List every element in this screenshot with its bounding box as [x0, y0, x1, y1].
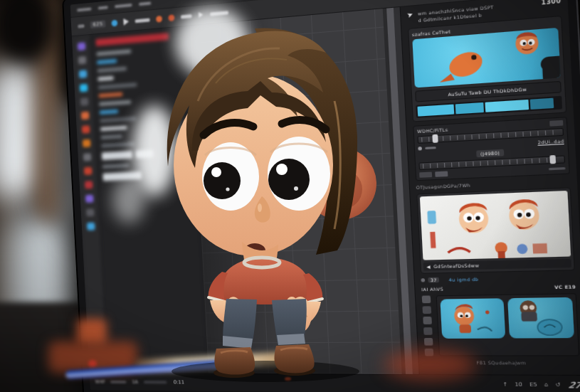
tool-icon[interactable] [82, 125, 90, 133]
menu-item[interactable] [77, 8, 91, 12]
controls-link[interactable]: 2dUi..dad [537, 138, 564, 145]
controls-group: WDHC/FiTLs 2dUi..dad (J4980) [413, 117, 570, 181]
reference-caption: GdSnteafDsSdww [433, 263, 479, 269]
preview-thumbnail[interactable] [412, 28, 561, 88]
mini-tab[interactable] [419, 172, 432, 178]
properties-panel: ➤ wm anachzhiSnca viaw DSPT d Gdtmilcanr… [400, 0, 580, 375]
status-tag: W4F [95, 379, 105, 385]
fish-character-art [412, 28, 561, 88]
library-tool-icon[interactable] [424, 338, 433, 346]
status-dash [110, 381, 127, 383]
menu-item[interactable] [139, 1, 151, 6]
tree-item-label [98, 83, 137, 89]
mini-button[interactable] [549, 120, 563, 127]
library-icon-column [422, 295, 436, 356]
value-chip[interactable]: (J4980) [476, 149, 504, 158]
tool-icon[interactable] [80, 84, 88, 92]
progress-segment[interactable] [485, 100, 528, 112]
send-icon[interactable]: ➤ [406, 10, 414, 19]
warm-reflection [384, 350, 477, 380]
library-title: IAI AhVS [421, 286, 443, 292]
tool-icon[interactable] [84, 167, 93, 175]
list-dot-icon[interactable] [421, 278, 425, 282]
library-tool-icon[interactable] [422, 295, 431, 303]
tool-icon[interactable] [83, 153, 92, 161]
status-tag: E5 [529, 381, 537, 388]
controls-title: WDHC/FiTLs [417, 127, 448, 134]
status-number: 10 [515, 381, 522, 388]
pupil [268, 159, 310, 200]
library-badge: VC E19 [554, 284, 576, 290]
play-icon[interactable] [123, 18, 129, 26]
status-right: ↑ 10 E5 ⌂ ↺ 27 [502, 379, 580, 390]
input-field[interactable] [102, 151, 133, 160]
back-icon[interactable]: ◀ [426, 264, 431, 270]
blue-link[interactable]: 4u igmd db [448, 277, 478, 282]
progress-segment[interactable] [529, 98, 554, 110]
library-tool-icon[interactable] [422, 306, 431, 314]
tool-icon[interactable] [78, 56, 87, 65]
library-tool-icon[interactable] [423, 317, 432, 324]
tool-icon[interactable] [87, 223, 95, 231]
background-blur-shape [0, 0, 53, 60]
tree-item-label [101, 134, 122, 139]
up-icon[interactable]: ↑ [502, 381, 507, 388]
asset-thumbnail[interactable] [440, 298, 505, 339]
ctrl-dash [549, 167, 566, 170]
asset-library [422, 293, 580, 356]
frame-badge: 1300 [541, 0, 561, 6]
loop-icon[interactable]: ↺ [556, 382, 561, 388]
tree-item-label [100, 110, 118, 115]
ctrl-dash [425, 147, 436, 149]
tool-dash[interactable] [78, 24, 84, 28]
tree-item-label [99, 100, 131, 106]
tree-item-label [97, 76, 114, 81]
progress-segment[interactable] [455, 102, 483, 114]
expression-heads-art [420, 191, 571, 260]
mini-tab[interactable] [435, 171, 448, 177]
jean-cuff [277, 334, 305, 345]
tool-icon[interactable] [83, 139, 91, 147]
slider-knob[interactable] [432, 134, 438, 143]
frame-counter: 625 [90, 20, 106, 28]
tool-icon[interactable] [79, 70, 88, 78]
tree-item-label [98, 92, 122, 97]
asset-character-art [440, 298, 505, 339]
screen-glare [112, 176, 145, 223]
tool-icon[interactable] [85, 195, 94, 203]
ground-shadow [172, 361, 359, 382]
slider-knob[interactable] [549, 155, 556, 164]
asset-character-art [507, 297, 574, 339]
signature-logo: 27 [567, 380, 580, 390]
tree-item-label [101, 142, 135, 148]
library-thumbnails [436, 293, 580, 356]
preview-card[interactable]: szafras CeThet [408, 16, 566, 122]
tool-icon[interactable] [81, 112, 90, 120]
record-dot-icon[interactable] [111, 19, 117, 26]
tree-item-label [97, 67, 127, 73]
tool-icon[interactable] [85, 181, 93, 189]
reference-card[interactable]: ◀ GdSnteafDsSdww [416, 187, 575, 274]
tool-icon[interactable] [78, 42, 86, 51]
asset-thumbnail[interactable] [507, 297, 574, 339]
menu-item[interactable] [98, 6, 108, 9]
tree-item-label [100, 117, 136, 122]
tree-item[interactable] [102, 164, 130, 169]
pupil [204, 162, 241, 199]
library-tool-icon[interactable] [423, 327, 433, 335]
menu-item[interactable] [115, 4, 132, 8]
tool-icon[interactable] [86, 208, 95, 216]
status-tag: 1A [132, 379, 138, 385]
expression-sheet-thumbnail[interactable] [420, 191, 571, 260]
value-chip[interactable]: 37 [428, 277, 439, 283]
tree-item-label [96, 50, 131, 56]
tree-item-label [100, 126, 127, 131]
cartoon-boy-character [148, 16, 384, 392]
tree-item-label [97, 59, 117, 64]
tool-icon[interactable] [80, 97, 89, 105]
key-dot-icon[interactable] [418, 147, 422, 151]
progress-segment[interactable] [417, 105, 453, 117]
home-icon[interactable]: ⌂ [544, 382, 549, 388]
